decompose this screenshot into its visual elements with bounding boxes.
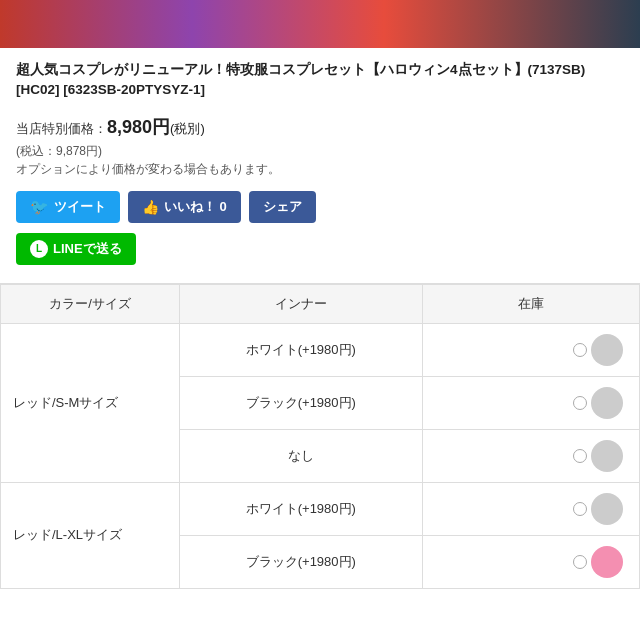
options-table-section: カラー/サイズ インナー 在庫 レッド/S-Mサイズ ホワイト(+1980円) … <box>0 283 640 589</box>
stock-indicator <box>591 493 623 525</box>
header-color-size: カラー/サイズ <box>1 284 180 323</box>
radio-button[interactable] <box>573 343 587 357</box>
product-info-section: 超人気コスプレがリニューアル！特攻服コスプレセット【ハロウィン4点セット】(71… <box>0 48 640 273</box>
color-size-cell-2: レッド/L-XLサイズ <box>1 482 180 588</box>
options-table: カラー/サイズ インナー 在庫 レッド/S-Mサイズ ホワイト(+1980円) … <box>0 284 640 589</box>
tweet-button[interactable]: 🐦 ツイート <box>16 191 120 223</box>
price-label: 当店特別価格： <box>16 121 107 136</box>
price-section: 当店特別価格：8,980円(税別) <box>16 115 624 139</box>
header-inner: インナー <box>179 284 422 323</box>
line-button-row: L LINEで送る <box>16 233 624 265</box>
stock-cell-3 <box>422 429 639 482</box>
inner-cell-4: ホワイト(+1980円) <box>179 482 422 535</box>
inner-cell-3: なし <box>179 429 422 482</box>
stock-indicator <box>591 440 623 472</box>
inner-cell-2: ブラック(+1980円) <box>179 376 422 429</box>
line-button[interactable]: L LINEで送る <box>16 233 136 265</box>
social-buttons: 🐦 ツイート 👍 いいね！ 0 シェア <box>16 191 624 223</box>
line-icon: L <box>30 240 48 258</box>
radio-button[interactable] <box>573 396 587 410</box>
twitter-icon: 🐦 <box>30 198 49 216</box>
share-button[interactable]: シェア <box>249 191 316 223</box>
stock-cell-4 <box>422 482 639 535</box>
thumbs-up-icon: 👍 <box>142 199 159 215</box>
product-banner <box>0 0 640 48</box>
table-body: レッド/S-Mサイズ ホワイト(+1980円) ブラック(+1980円) <box>1 323 640 588</box>
table-header: カラー/サイズ インナー 在庫 <box>1 284 640 323</box>
stock-cell-1 <box>422 323 639 376</box>
product-title: 超人気コスプレがリニューアル！特攻服コスプレセット【ハロウィン4点セット】(71… <box>16 60 624 101</box>
table-row: レッド/S-Mサイズ ホワイト(+1980円) <box>1 323 640 376</box>
inner-cell-5: ブラック(+1980円) <box>179 535 422 588</box>
price-option-note: オプションにより価格が変わる場合もあります。 <box>16 162 624 177</box>
radio-button[interactable] <box>573 555 587 569</box>
radio-button[interactable] <box>573 502 587 516</box>
inner-cell-1: ホワイト(+1980円) <box>179 323 422 376</box>
stock-indicator <box>591 387 623 419</box>
price-amount: 8,980円(税別) <box>107 117 205 137</box>
header-stock: 在庫 <box>422 284 639 323</box>
stock-indicator-low <box>591 546 623 578</box>
stock-indicator <box>591 334 623 366</box>
like-button[interactable]: 👍 いいね！ 0 <box>128 191 241 223</box>
color-size-cell-1: レッド/S-Mサイズ <box>1 323 180 482</box>
stock-cell-5 <box>422 535 639 588</box>
table-row: レッド/L-XLサイズ ホワイト(+1980円) <box>1 482 640 535</box>
radio-button[interactable] <box>573 449 587 463</box>
price-tax-included: (税込：9,878円) <box>16 143 624 160</box>
stock-cell-2 <box>422 376 639 429</box>
